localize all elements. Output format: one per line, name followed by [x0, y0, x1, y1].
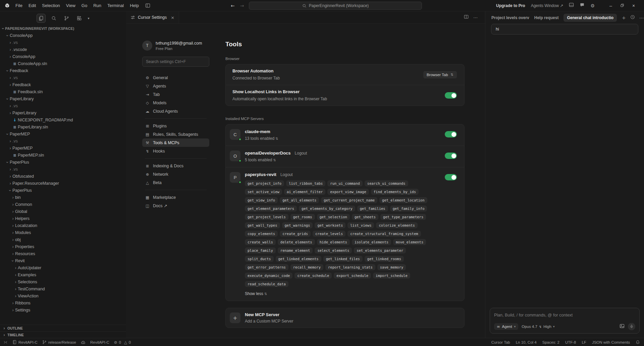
- microphone-button[interactable]: [628, 323, 635, 330]
- tree-item[interactable]: Revit: [0, 257, 126, 264]
- search-icon[interactable]: [49, 14, 58, 23]
- tree-item[interactable]: PaperPlus: [0, 159, 126, 166]
- tree-item[interactable]: PaperPlus: [0, 187, 126, 194]
- restore-button[interactable]: [616, 3, 628, 8]
- tree-item[interactable]: PaperMEP: [0, 130, 126, 137]
- show-less-button[interactable]: Show less: [245, 291, 445, 296]
- tools-enabled-expander[interactable]: 13 tools enabled: [245, 136, 445, 141]
- menu-item[interactable]: Go: [78, 0, 90, 11]
- tree-item[interactable]: .vs: [0, 39, 126, 46]
- menu-item[interactable]: Edit: [25, 0, 39, 11]
- repo-indicator[interactable]: RevitAPI-C: [12, 340, 38, 344]
- tree-item[interactable]: ConsoleApp: [0, 32, 126, 39]
- server-toggle[interactable]: [445, 153, 457, 159]
- new-chat-icon[interactable]: +: [622, 15, 626, 20]
- upgrade-to-pro-button[interactable]: Upgrade to Pro: [496, 3, 525, 8]
- menu-item[interactable]: Help: [127, 0, 142, 11]
- timeline-section[interactable]: TIMELINE: [0, 331, 126, 338]
- tree-item[interactable]: Settings: [0, 306, 126, 313]
- tree-item[interactable]: NICE3POINT_ROADMAP.md: [0, 116, 126, 123]
- language-indicator[interactable]: JSON with Comments: [592, 340, 630, 344]
- attach-image-icon[interactable]: [620, 324, 625, 330]
- settings-search-input[interactable]: [142, 57, 209, 67]
- settings-nav-item[interactable]: ⚙ General: [142, 73, 209, 82]
- outline-section[interactable]: OUTLINE: [0, 325, 126, 331]
- chat-input-box[interactable]: ∞ Agent ▾ Opus 4.7 ↯ High ▾: [490, 308, 640, 334]
- more-actions-icon[interactable]: ⋯: [639, 15, 644, 20]
- tree-item[interactable]: PaperMEP: [0, 145, 126, 152]
- menu-item[interactable]: View: [63, 0, 78, 11]
- workspace-header[interactable]: › PAPERENGINNERREVIT (WORKSPACE): [0, 25, 126, 32]
- tree-item[interactable]: .vs: [0, 102, 126, 109]
- settings-nav-item[interactable]: ↯ Hooks: [142, 147, 209, 155]
- line-col-indicator[interactable]: Ln 10, Col 4: [516, 340, 537, 344]
- chevron-down-icon[interactable]: ▾: [88, 16, 89, 20]
- settings-nav-item[interactable]: ⚒ Tools & MCPs: [142, 138, 209, 147]
- logout-link[interactable]: Logout: [295, 151, 307, 156]
- menu-item[interactable]: File: [12, 0, 25, 11]
- tree-item[interactable]: Global: [0, 208, 126, 215]
- tree-item[interactable]: PaperLibrary: [0, 109, 126, 116]
- tree-item[interactable]: Selections: [0, 278, 126, 285]
- tree-item[interactable]: bin: [0, 194, 126, 201]
- back-arrow-icon[interactable]: ←: [231, 3, 235, 8]
- tree-item[interactable]: PaperMEP.sln: [0, 152, 126, 159]
- tree-item[interactable]: ConsoleApp: [0, 53, 126, 60]
- history-icon[interactable]: [630, 15, 635, 21]
- tree-item[interactable]: ViewAction: [0, 292, 126, 299]
- settings-nav-item[interactable]: ▦ Marketplace: [142, 193, 209, 201]
- tree-item[interactable]: .vs: [0, 74, 126, 81]
- server-toggle[interactable]: [445, 131, 457, 137]
- eol-indicator[interactable]: LF: [582, 340, 586, 344]
- git-branch-indicator[interactable]: release/Release: [42, 340, 76, 344]
- server-toggle[interactable]: [445, 174, 457, 180]
- problems-indicator[interactable]: ⊘ 0 △ 0: [114, 340, 131, 345]
- tab-close-icon[interactable]: ×: [171, 15, 174, 20]
- minimize-button[interactable]: –: [605, 3, 616, 8]
- source-control-icon[interactable]: [62, 14, 71, 23]
- settings-nav-item[interactable]: △ Beta: [142, 178, 209, 187]
- tree-item[interactable]: PaperLibrary: [0, 95, 126, 102]
- tree-item[interactable]: Feedback.sln: [0, 88, 126, 95]
- sync-cloud-icon[interactable]: [81, 340, 86, 345]
- tree-item[interactable]: Resources: [0, 250, 126, 257]
- extensions-icon[interactable]: [75, 14, 84, 23]
- remote-indicator[interactable]: [3, 340, 8, 344]
- chat-bubble-icon[interactable]: [580, 2, 585, 9]
- split-editor-icon[interactable]: [464, 14, 469, 20]
- settings-gear-icon[interactable]: ⚙: [590, 3, 595, 8]
- tab-cursor-settings[interactable]: Cursor Settings ×: [126, 11, 179, 23]
- agents-window-link[interactable]: Agents Window ↗: [531, 3, 564, 8]
- settings-nav-item[interactable]: ◇ Models: [142, 99, 209, 107]
- command-center-search[interactable]: PaperEnginnerRevit (Workspace): [249, 2, 422, 10]
- tree-item[interactable]: Helpers: [0, 215, 126, 222]
- settings-nav-item[interactable]: ⇥ Tab: [142, 90, 209, 99]
- browser-tab-select[interactable]: Browser Tab: [423, 71, 457, 78]
- encoding-indicator[interactable]: UTF-8: [565, 340, 576, 344]
- panel-layout-icon[interactable]: [569, 2, 574, 9]
- tree-item[interactable]: TestCommand: [0, 285, 126, 292]
- more-actions-icon[interactable]: ⋯: [473, 15, 478, 20]
- tree-item[interactable]: .vscode: [0, 46, 126, 53]
- cursor-tab-indicator[interactable]: Cursor Tab: [491, 340, 510, 344]
- settings-nav-item[interactable]: ⊕ Network: [142, 170, 209, 178]
- tree-item[interactable]: ConsoleApp.sln: [0, 60, 126, 67]
- settings-nav-item[interactable]: ☁ Cloud Agents: [142, 107, 209, 115]
- tree-item[interactable]: Modules: [0, 229, 126, 236]
- tree-item[interactable]: .vs: [0, 166, 126, 173]
- new-mcp-server-card[interactable]: + New MCP Server Add a Custom MCP Server: [225, 308, 465, 328]
- tree-item[interactable]: Ribbons: [0, 299, 126, 306]
- explorer-icon[interactable]: [37, 14, 46, 23]
- menu-item[interactable]: Selection: [39, 0, 63, 11]
- menu-item[interactable]: Terminal: [104, 0, 127, 11]
- settings-nav-item[interactable]: ⊞ Plugins: [142, 122, 209, 130]
- tree-item[interactable]: Feedback: [0, 81, 126, 88]
- settings-nav-item[interactable]: ◫ Docs ↗: [142, 201, 209, 210]
- settings-nav-item[interactable]: ▽ Agents: [142, 82, 209, 90]
- chat-tab[interactable]: Help request: [534, 15, 559, 20]
- model-selector[interactable]: Opus 4.7 ↯ High ▾: [522, 325, 554, 329]
- tree-item[interactable]: Common: [0, 201, 126, 208]
- tree-item[interactable]: Properties: [0, 243, 126, 250]
- tree-item[interactable]: Feedback: [0, 67, 126, 74]
- chat-input[interactable]: [494, 313, 635, 318]
